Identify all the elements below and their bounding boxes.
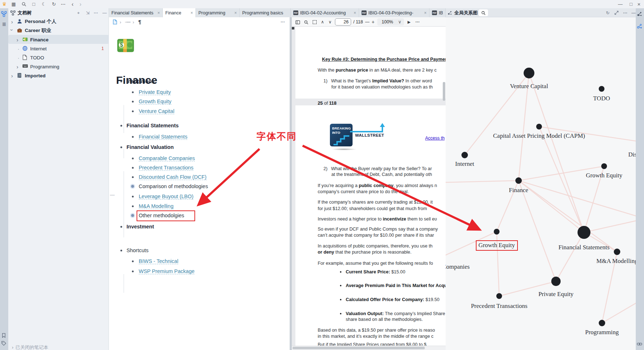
graph-node-finance[interactable] (515, 177, 522, 184)
nav-forward-icon[interactable]: › (77, 0, 84, 8)
pdf-sidebar-toggle-icon[interactable] (295, 19, 300, 24)
tab-close-icon[interactable]: × (422, 10, 427, 15)
graph-label-ma-modelling[interactable]: M&A Modelling (597, 258, 636, 265)
pdf-zoom-select[interactable]: 100%∨ (377, 18, 404, 26)
collapsed-bullet-icon[interactable] (131, 214, 134, 217)
tab-close-icon[interactable]: × (189, 10, 193, 15)
graph-label-precedent-transactions[interactable]: Precedent Transactions (471, 303, 527, 310)
note-link-venture-capital[interactable]: Venture Capital (139, 108, 174, 114)
outline-toggle-icon[interactable]: ≣ (1, 21, 7, 27)
graph-canvas[interactable]: Venture CapitalTODOCapital Asset Pricing… (446, 17, 636, 350)
graph-label-programming[interactable]: Programming (585, 329, 619, 336)
workspace-icon[interactable]: □ (30, 0, 37, 8)
graph-local-toggle-icon[interactable] (637, 11, 643, 17)
bullet-icon[interactable] (132, 158, 134, 159)
note-link-private-equity[interactable]: Private Equity (139, 89, 171, 95)
graph-node-capm[interactable] (536, 124, 542, 129)
graph-label-todo[interactable]: TODO (593, 95, 610, 102)
pdf-horizontal-scrollbar[interactable] (292, 346, 446, 350)
tab-close-icon[interactable]: × (156, 10, 160, 15)
doc-tree-more-icon[interactable]: ··· (94, 10, 98, 15)
note-link-leverage-buyout-lbo-[interactable]: Leverage Buyout (LBO) (139, 194, 193, 200)
note-link-biws-technical[interactable]: BIWS - Technical (139, 258, 178, 264)
sidebar-item-personal[interactable]: ›Personal 个人 (8, 17, 109, 26)
tab-close-icon[interactable]: × (352, 10, 356, 15)
bullet-icon[interactable] (132, 260, 134, 262)
graph-node-financial-statements[interactable] (578, 226, 590, 239)
pdf-zoom-in-icon[interactable]: + (372, 19, 374, 25)
pdf-select-tool-icon[interactable] (313, 19, 317, 24)
graph-label-private-equity[interactable]: Private Equity (538, 291, 574, 298)
bullet-icon[interactable] (132, 271, 134, 272)
graph-node-growth-equity-2[interactable] (601, 163, 607, 169)
bookmark-icon[interactable] (1, 333, 7, 339)
graph-node-growth-equity-1[interactable] (494, 229, 500, 235)
bullet-icon[interactable] (120, 226, 122, 228)
sidebar-item-career[interactable]: ›Career 职业 (8, 26, 109, 35)
bullet-icon[interactable] (132, 136, 134, 138)
bullet-icon[interactable] (120, 146, 122, 148)
collapsed-bullet-icon[interactable] (131, 185, 134, 188)
app-logo-crown-icon[interactable]: ♛ (1, 0, 8, 8)
pdf-search-icon[interactable] (304, 19, 308, 24)
list-block-icon[interactable]: ·— (125, 19, 130, 24)
tab-programming-basics[interactable]: Programming basics (240, 8, 291, 17)
graph-label-companies[interactable]: Comparable Companies (446, 263, 470, 271)
collapse-all-icon[interactable]: ⇲ (86, 10, 89, 15)
graph-min-icon[interactable]: — (631, 10, 636, 15)
bullet-icon[interactable] (120, 250, 122, 251)
graph-refresh-icon[interactable]: ↻ (606, 10, 610, 15)
pdf-more-icon[interactable]: ··· (415, 19, 420, 24)
note-link-discounted-cash-flow-dcf-[interactable]: Discounted Cash Flow (DCF) (139, 174, 207, 180)
locate-doc-icon[interactable]: ⌖ (77, 10, 80, 15)
graph-search-button[interactable] (479, 9, 488, 16)
note-link-comparable-companies[interactable]: Comparable Companies (139, 155, 195, 162)
more-menu-icon[interactable]: ··· (60, 0, 67, 8)
graph-node-private-equity[interactable] (551, 277, 561, 286)
graph-node-programming[interactable] (599, 320, 605, 326)
bullet-icon[interactable] (132, 167, 134, 169)
sidebar-item-finance[interactable]: ›Finance (8, 35, 109, 44)
graph-more-icon[interactable]: ··· (623, 10, 627, 15)
tab-finance[interactable]: Finance× (163, 8, 196, 17)
tab-ibig-04-03-projecting-[interactable]: PDFIBIG-04-03-Projecting-× (359, 8, 429, 17)
backlinks-toggle-icon[interactable] (637, 341, 643, 347)
tab-ib[interactable]: PDFIB (429, 8, 446, 17)
graph-node-venture-capital[interactable] (524, 68, 534, 78)
sync-icon[interactable]: ↻ (50, 0, 58, 8)
graph-label-financial-statements[interactable]: Financial Statements (558, 244, 610, 251)
pdf-zoom-out-icon[interactable]: — (365, 19, 369, 24)
graph-label-discounted[interactable]: Discounted Cash Flow (DCF) (628, 151, 636, 158)
graph-label-venture-capital[interactable]: Venture Capital (510, 83, 548, 90)
note-link-precedent-transactions[interactable]: Precedent Transactions (139, 165, 193, 171)
sidebar-item-programming[interactable]: ›Programming (8, 62, 109, 71)
note-link-m-a-modelling[interactable]: M&A Modelling (139, 203, 174, 209)
bullet-icon[interactable] (132, 110, 134, 112)
tag-icon[interactable] (1, 341, 7, 347)
window-close-button[interactable]: × (635, 0, 643, 8)
tab-programming[interactable]: Programming× (196, 8, 240, 17)
graph-global-toggle-icon[interactable] (637, 23, 643, 29)
sidebar-item-imported[interactable]: ›Imported (8, 71, 109, 80)
bullet-icon[interactable] (132, 176, 134, 178)
bullet-icon[interactable] (132, 91, 134, 93)
document-icon[interactable] (112, 19, 117, 24)
dark-mode-moon-icon[interactable]: ☾ (40, 0, 47, 8)
chevron-down-icon[interactable]: › (9, 29, 15, 31)
pdf-page-input[interactable]: 26 (335, 18, 351, 26)
tab-financial-statements[interactable]: Financial Statements× (109, 8, 163, 17)
pdf-play-icon[interactable]: ▶ (408, 20, 410, 24)
bullet-icon[interactable] (120, 81, 122, 82)
bullet-icon[interactable] (132, 205, 134, 207)
chevron-right-icon[interactable]: › (11, 72, 13, 78)
bullet-icon[interactable] (132, 101, 134, 103)
nav-back-icon[interactable]: ‹ (69, 0, 76, 8)
pdf-prev-page-icon[interactable]: ∧ (321, 19, 324, 24)
graph-node-precedent-transactions[interactable] (496, 293, 502, 299)
chevron-right-icon[interactable]: › (17, 63, 18, 69)
graph-label-finance[interactable]: Finance (509, 187, 528, 194)
note-link-growth-equity[interactable]: Growth Equity (139, 99, 171, 105)
chevron-right-icon[interactable]: › (11, 18, 13, 24)
block-gutter-marker[interactable]: — (110, 192, 115, 197)
pdf-next-page-icon[interactable]: ∨ (328, 19, 332, 24)
